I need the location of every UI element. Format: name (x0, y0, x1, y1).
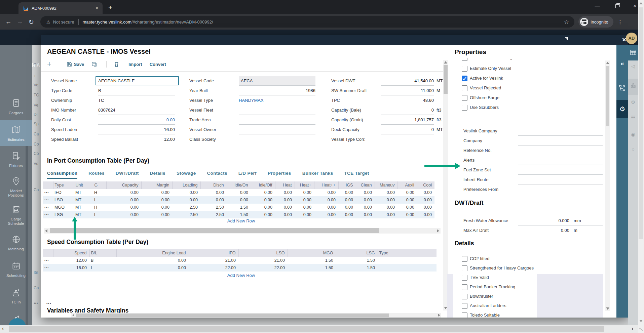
cell-value[interactable]: 0.00 (227, 189, 251, 196)
import-button[interactable]: Import (128, 62, 142, 67)
cell-value[interactable]: 12.00 (53, 257, 89, 264)
cell-value[interactable]: 0.00 (314, 196, 338, 204)
sidebar-item-fixtures[interactable]: Fixtures (0, 147, 32, 172)
gear-icon[interactable]: ⚙ (616, 105, 628, 113)
cell-value[interactable]: 0.00 (275, 196, 295, 204)
tab-properties[interactable]: Properties (268, 171, 291, 179)
tab-dwt-draft[interactable]: DWT/Draft (116, 171, 139, 179)
reference-no--field[interactable] (518, 145, 603, 155)
cell-value[interactable]: 0.00 (116, 264, 189, 272)
cell-value[interactable]: 1.50 (288, 264, 336, 272)
cell-value[interactable] (378, 264, 437, 272)
class-society-field[interactable] (239, 135, 315, 144)
cell-value[interactable]: 0.00 (397, 211, 417, 218)
cell-value[interactable]: 0.00 (227, 196, 251, 204)
cell-value[interactable]: 0.00 (417, 211, 434, 218)
inport-add-new-row-link[interactable]: Add New Row (43, 218, 439, 223)
scrollbar-thumb[interactable] (639, 7, 643, 239)
tab-bunker-tanks[interactable]: Bunker Tanks (302, 171, 333, 179)
delete-button[interactable] (114, 61, 121, 67)
tab-l-d-perf[interactable]: L/D Perf (238, 171, 257, 179)
cell-value[interactable]: 21.00 (189, 257, 238, 264)
cell-type[interactable]: LSG (53, 211, 74, 218)
cell-value[interactable]: 0.00 (141, 189, 172, 196)
cell-value[interactable]: 0.00 (116, 257, 189, 264)
period-bunker-tracking-checkbox[interactable] (462, 284, 467, 290)
scrollbar-thumb[interactable] (50, 228, 379, 233)
tab-routes[interactable]: Routes (88, 171, 105, 179)
inherit-route-field[interactable] (518, 175, 603, 184)
sidebar-item-matching[interactable]: Matching (0, 230, 32, 255)
cell-value[interactable]: 1.50 (336, 264, 378, 272)
tve-valid-checkbox[interactable] (462, 275, 467, 281)
inport-horizontal-scrollbar[interactable] (44, 228, 441, 234)
cell-value[interactable]: 0.00 (275, 211, 295, 218)
user-avatar[interactable]: AD (626, 33, 637, 44)
scroll-up-icon[interactable] (606, 62, 609, 64)
tpc-field[interactable]: 48.60 (381, 96, 434, 105)
tab-contacts[interactable]: Contacts (207, 171, 227, 179)
cell-value[interactable] (378, 257, 437, 264)
cell-value[interactable]: 1.50 (336, 257, 378, 264)
row-handle-icon[interactable]: ••• (43, 264, 53, 272)
cell-value[interactable]: 0.00 (251, 196, 275, 204)
cell-g[interactable]: H (93, 189, 106, 196)
vessel-dwt-field[interactable]: 41,540.00 (381, 76, 434, 86)
cell-value[interactable]: 0.00 (375, 196, 397, 204)
hierarchy-icon[interactable] (616, 85, 628, 93)
bowthruster-checkbox[interactable] (462, 294, 467, 299)
deck-capacity-field[interactable]: 0 (381, 125, 434, 134)
modal-bottom-scrollbar[interactable] (71, 313, 441, 318)
offshore-barge-checkbox[interactable] (462, 95, 467, 101)
cell-value[interactable]: 0.00 (356, 211, 375, 218)
scroll-left-icon[interactable]: ‹ (2, 326, 4, 332)
company-field[interactable] (518, 136, 603, 145)
cell-value[interactable]: 0.00 (356, 196, 375, 204)
cell-type[interactable]: IFO (53, 189, 74, 196)
sidebar-item-estimates[interactable]: Estimates (0, 120, 32, 146)
modal-vertical-scrollbar[interactable] (443, 60, 448, 310)
back-icon[interactable]: ← (3, 18, 14, 26)
sw-summer-draft-field[interactable]: 11.000 (381, 86, 434, 95)
cell-value[interactable]: 0.00 (375, 204, 397, 211)
australian-ladders-checkbox[interactable] (462, 303, 467, 309)
imo-number-field[interactable]: 8307624 (98, 106, 175, 115)
properties-scrollbar[interactable] (605, 60, 610, 311)
vessel-name-field[interactable]: AEGEAN CASTLE (96, 76, 179, 85)
alerts-field[interactable] (518, 155, 603, 165)
modal-maximize-icon[interactable] (599, 35, 613, 45)
cell-value[interactable]: 0.00 (106, 211, 141, 218)
cell-value[interactable]: 16.00 (53, 264, 89, 272)
save-button[interactable]: Save (67, 61, 84, 67)
capacity-grain--field[interactable]: 1,801,757 (381, 115, 434, 125)
reload-icon[interactable]: ↻ (26, 18, 37, 26)
cell-value[interactable]: 0.00 (338, 196, 356, 204)
cell-value[interactable]: 2.50 (200, 204, 227, 211)
year-built-field[interactable]: 1986 (239, 86, 315, 95)
cell-value[interactable]: 0.00 (314, 189, 338, 196)
cell-value[interactable]: 0.00 (338, 204, 356, 211)
cell-value[interactable]: 0.00 (200, 189, 227, 196)
scrollbar-thumb[interactable] (444, 65, 448, 94)
row-handle-icon[interactable]: ••• (43, 196, 53, 204)
type-code-field[interactable]: B (98, 86, 175, 95)
collapse-panel-icon[interactable]: « (616, 60, 628, 67)
cell-value[interactable]: 1.50 (227, 211, 251, 218)
scroll-left-icon[interactable] (45, 229, 47, 233)
bookmark-star-icon[interactable]: ☆ (564, 18, 569, 26)
vessel-fleet-field[interactable] (239, 106, 315, 115)
tab-details[interactable]: Details (150, 171, 165, 179)
cell-value[interactable]: 0.00 (141, 196, 172, 204)
co2-fitted-checkbox[interactable] (462, 256, 467, 262)
cell-type[interactable]: LSO (53, 196, 74, 204)
cell-value[interactable]: 21.00 (238, 257, 288, 264)
cell-value[interactable]: 1.50 (288, 257, 336, 264)
cell-value[interactable]: 0.00 (356, 189, 375, 196)
vessel-rejected-checkbox[interactable] (462, 85, 467, 91)
cell-value[interactable]: 0.00 (295, 196, 314, 204)
cell-type[interactable]: MGO (53, 204, 74, 211)
fuel-zone-set-field[interactable] (518, 165, 603, 175)
daily-cost-field[interactable]: 0.00 (98, 115, 175, 125)
convert-button[interactable]: Convert (150, 62, 166, 67)
window-minimize-button[interactable]: — (590, 0, 605, 12)
